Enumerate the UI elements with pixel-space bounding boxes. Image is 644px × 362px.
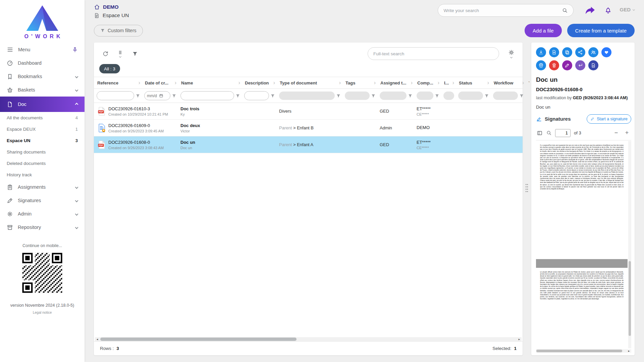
date-filter[interactable] — [144, 91, 170, 100]
column-header-company[interactable]: Comp...› — [414, 77, 441, 88]
filter-funnel-icon[interactable] — [371, 94, 376, 98]
scroll-right-arrow[interactable]: ▸ — [517, 338, 522, 341]
sidebar-item-bookmarks[interactable]: Bookmarks — [0, 70, 85, 83]
create-from-template-button[interactable]: Create from a template — [567, 24, 635, 37]
column-header-assigned[interactable]: Assigned t...› — [377, 77, 414, 88]
panel-resize-handle[interactable] — [525, 183, 528, 193]
type-filter-select[interactable] — [279, 92, 335, 100]
filter-toggle-button[interactable] — [129, 48, 141, 60]
global-search[interactable] — [438, 4, 574, 17]
sidebar-item-all-documents[interactable]: All the documents 4 — [0, 112, 85, 123]
filter-funnel-icon[interactable] — [136, 94, 140, 98]
hamburger-icon[interactable] — [7, 46, 13, 53]
column-header-tags[interactable]: Tags› — [342, 77, 377, 88]
description-filter-input[interactable] — [244, 91, 269, 100]
sidebar-item-deleted-documents[interactable]: Deleted documents — [0, 158, 85, 169]
tab-all-documents[interactable]: All : 3 — [99, 64, 120, 73]
table-row[interactable]: DOC230926-01609-0Created on 9/26/2023 3:… — [94, 120, 523, 136]
column-header-y[interactable]: Y... — [525, 77, 529, 88]
column-menu-icon[interactable]: › — [138, 80, 141, 86]
legal-notice-link[interactable]: Legal notice — [0, 310, 85, 314]
search-icon[interactable] — [562, 7, 568, 13]
search-icon[interactable] — [546, 130, 552, 136]
scrollbar-thumb[interactable] — [536, 350, 622, 352]
column-menu-icon[interactable]: › — [174, 80, 177, 86]
name-filter-input[interactable] — [180, 91, 234, 100]
scrollbar-thumb[interactable] — [100, 338, 297, 341]
column-chooser-button[interactable] — [114, 48, 126, 60]
filter-funnel-icon[interactable] — [519, 94, 524, 98]
column-header-date[interactable]: Date of cr...› — [142, 77, 178, 88]
filter-funnel-icon[interactable] — [408, 94, 413, 98]
user-menu[interactable]: GED — [620, 4, 635, 12]
scroll-right-arrow[interactable]: ▸ — [627, 349, 631, 353]
edit-button[interactable] — [562, 60, 572, 70]
sidebar-item-signatures[interactable]: Signatures — [0, 194, 85, 207]
document-details-button[interactable] — [588, 60, 598, 70]
column-menu-icon[interactable]: › — [273, 80, 276, 86]
column-menu-icon[interactable]: › — [238, 80, 241, 86]
export-file-button[interactable] — [549, 47, 559, 57]
table-row[interactable]: PDF DOC230926-01610-3Created on 10/29/20… — [94, 103, 523, 120]
table-horizontal-scrollbar[interactable]: ◂ ▸ — [95, 337, 522, 341]
column-menu-icon[interactable]: › — [338, 80, 341, 86]
breadcrumb-space[interactable]: Espace UN — [94, 12, 129, 18]
calendar-icon[interactable] — [159, 94, 163, 98]
fulltext-search[interactable] — [368, 47, 499, 60]
print-button[interactable] — [536, 60, 546, 70]
notifications-bell-icon[interactable] — [604, 6, 612, 14]
favorite-button[interactable] — [601, 47, 611, 57]
filter-funnel-icon[interactable] — [336, 94, 341, 98]
sidebar-item-assignments[interactable]: Assignments — [0, 180, 85, 194]
column-menu-icon[interactable]: › — [410, 80, 413, 86]
start-signature-button[interactable]: Start a signature — [587, 114, 631, 124]
tags-filter-select[interactable] — [345, 92, 370, 100]
scroll-left-arrow[interactable]: ◂ — [95, 338, 100, 341]
copy-button[interactable] — [562, 47, 572, 57]
pdf-vertical-scrollbar[interactable] — [628, 141, 631, 348]
sidebar-item-repository[interactable]: Repository — [0, 221, 85, 234]
column-header-i[interactable]: I...› — [441, 77, 455, 88]
table-settings-button[interactable] — [505, 48, 517, 60]
column-menu-icon[interactable]: › — [437, 80, 440, 86]
column-header-type[interactable]: Type of document› — [276, 77, 342, 88]
column-header-workflow[interactable]: Workflow› — [490, 77, 525, 88]
global-search-input[interactable] — [443, 8, 558, 13]
share-forward-icon[interactable] — [586, 7, 595, 14]
i-filter-select[interactable] — [443, 92, 454, 100]
zoom-in-button[interactable]: + — [623, 129, 631, 137]
custom-filters-button[interactable]: Custom filters — [94, 25, 143, 37]
checkin-return-button[interactable] — [575, 60, 585, 70]
sidebar-item-espace-deux[interactable]: Espace DEUX 1 — [0, 123, 85, 135]
reference-filter-input[interactable] — [97, 91, 134, 100]
download-button[interactable] — [536, 47, 546, 57]
column-menu-icon[interactable]: › — [522, 80, 525, 86]
fulltext-search-input[interactable] — [373, 51, 493, 56]
pin-sidebar-icon[interactable] — [72, 47, 78, 53]
column-header-reference[interactable]: Reference› — [94, 77, 142, 88]
column-menu-icon[interactable]: › — [373, 80, 376, 86]
refresh-button[interactable] — [99, 48, 111, 60]
menu-toggle[interactable]: Menu — [0, 42, 85, 56]
column-menu-icon[interactable]: › — [487, 80, 490, 86]
filter-funnel-icon[interactable] — [235, 94, 240, 98]
breadcrumb-home[interactable]: DEMO — [94, 4, 129, 10]
sidebar-item-history-track[interactable]: History track — [0, 169, 85, 180]
page-number-input[interactable] — [555, 129, 571, 137]
column-header-status[interactable]: Status› — [455, 77, 490, 88]
filter-funnel-icon[interactable] — [435, 94, 439, 98]
sidebar-item-baskets[interactable]: Baskets — [0, 83, 85, 97]
sidebar-item-sharing-documents[interactable]: Sharing documents — [0, 146, 85, 158]
scrollbar-thumb[interactable] — [629, 261, 631, 336]
sidebar-item-dashboard[interactable]: Dashboard — [0, 56, 85, 70]
delete-button[interactable] — [549, 60, 559, 70]
zoom-out-button[interactable]: − — [612, 129, 620, 137]
sidebar-item-espace-un[interactable]: Espace UN 3 — [0, 135, 85, 146]
assigned-filter-select[interactable] — [380, 92, 407, 100]
filter-funnel-icon[interactable] — [484, 94, 489, 98]
filter-funnel-icon[interactable] — [172, 94, 176, 98]
sidebar-toggle-icon[interactable] — [537, 130, 543, 136]
add-file-button[interactable]: Add a file — [525, 24, 562, 37]
column-header-description[interactable]: Description› — [241, 77, 276, 88]
status-filter-select[interactable] — [458, 92, 483, 100]
